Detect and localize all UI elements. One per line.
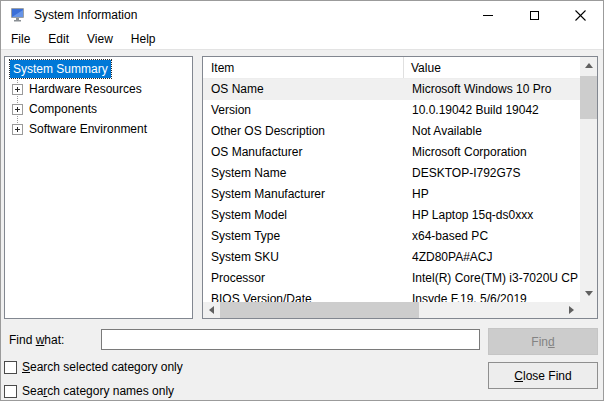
menu-view[interactable]: View: [78, 29, 122, 50]
window-title: System Information: [34, 1, 137, 29]
vertical-scrollbar-thumb[interactable]: [580, 76, 597, 119]
arrow-left-icon: [209, 306, 214, 314]
horizontal-scrollbar[interactable]: [203, 302, 580, 318]
find-input[interactable]: [101, 329, 480, 350]
list-rows: OS NameMicrosoft Windows 10 Pro Version1…: [203, 79, 580, 302]
find-what-label: Find what:: [9, 331, 64, 349]
expand-plus-icon[interactable]: [12, 124, 23, 135]
checkbox-label: Search selected category only: [22, 360, 183, 374]
table-row[interactable]: OS ManufacturerMicrosoft Corporation: [203, 142, 580, 163]
tree-item-hardware-resources[interactable]: Hardware Resources: [5, 80, 192, 98]
vertical-scrollbar[interactable]: [580, 57, 597, 302]
table-row[interactable]: System ModelHP Laptop 15q-ds0xxx: [203, 205, 580, 226]
maximize-icon: [530, 11, 539, 20]
scroll-up-button[interactable]: [580, 57, 597, 74]
menu-edit[interactable]: Edit: [39, 29, 78, 50]
table-row[interactable]: System ManufacturerHP: [203, 184, 580, 205]
checkbox-icon[interactable]: [4, 385, 17, 398]
system-information-window: System Information File Edit View Help S…: [0, 0, 604, 401]
minimize-icon: [483, 15, 493, 16]
category-tree: System Summary Hardware Resources Compon…: [4, 56, 193, 319]
system-information-app-icon: [10, 7, 26, 23]
column-header-value[interactable]: Value: [404, 57, 580, 78]
list-header: Item Value: [203, 57, 580, 79]
menu-file[interactable]: File: [2, 29, 39, 50]
menu-bar: File Edit View Help: [1, 29, 603, 50]
table-row[interactable]: System NameDESKTOP-I792G7S: [203, 163, 580, 184]
maximize-button[interactable]: [511, 1, 557, 29]
table-row[interactable]: System SKU4ZD80PA#ACJ: [203, 247, 580, 268]
table-row[interactable]: ProcessorIntel(R) Core(TM) i3-7020U CP: [203, 268, 580, 289]
title-bar: System Information: [1, 1, 603, 29]
checkbox-label: Search category names only: [22, 384, 174, 398]
arrow-down-icon: [585, 291, 593, 296]
scroll-right-button[interactable]: [563, 302, 580, 318]
horizontal-scrollbar-thumb[interactable]: [220, 302, 419, 318]
tree-item-components[interactable]: Components: [5, 100, 192, 118]
arrow-up-icon: [585, 63, 593, 68]
expand-plus-icon[interactable]: [12, 84, 23, 95]
table-row[interactable]: BIOS Version/DateInsyde F.19, 5/6/2019: [203, 289, 580, 302]
close-button[interactable]: [557, 1, 603, 29]
column-header-item[interactable]: Item: [203, 57, 404, 78]
close-icon: [575, 10, 586, 21]
scroll-left-button[interactable]: [203, 302, 220, 318]
tree-item-system-summary[interactable]: System Summary: [5, 60, 192, 78]
table-row[interactable]: System Typex64-based PC: [203, 226, 580, 247]
scroll-down-button[interactable]: [580, 285, 597, 302]
tree-item-software-environment[interactable]: Software Environment: [5, 120, 192, 138]
details-list: Item Value OS NameMicrosoft Windows 10 P…: [202, 56, 598, 319]
find-button[interactable]: Find: [488, 328, 598, 355]
expand-plus-icon[interactable]: [12, 104, 23, 115]
table-row[interactable]: Version10.0.19042 Build 19042: [203, 100, 580, 121]
scrollbar-corner: [580, 302, 597, 318]
table-row[interactable]: OS NameMicrosoft Windows 10 Pro: [203, 79, 580, 100]
search-category-names-checkbox[interactable]: Search category names only: [4, 383, 174, 399]
minimize-button[interactable]: [465, 1, 511, 29]
search-selected-category-checkbox[interactable]: Search selected category only: [4, 359, 183, 375]
menu-help[interactable]: Help: [122, 29, 165, 50]
window-controls: [465, 1, 603, 29]
checkbox-icon[interactable]: [4, 361, 17, 374]
arrow-right-icon: [569, 306, 574, 314]
close-find-button[interactable]: Close Find: [488, 362, 598, 389]
table-row[interactable]: Other OS DescriptionNot Available: [203, 121, 580, 142]
